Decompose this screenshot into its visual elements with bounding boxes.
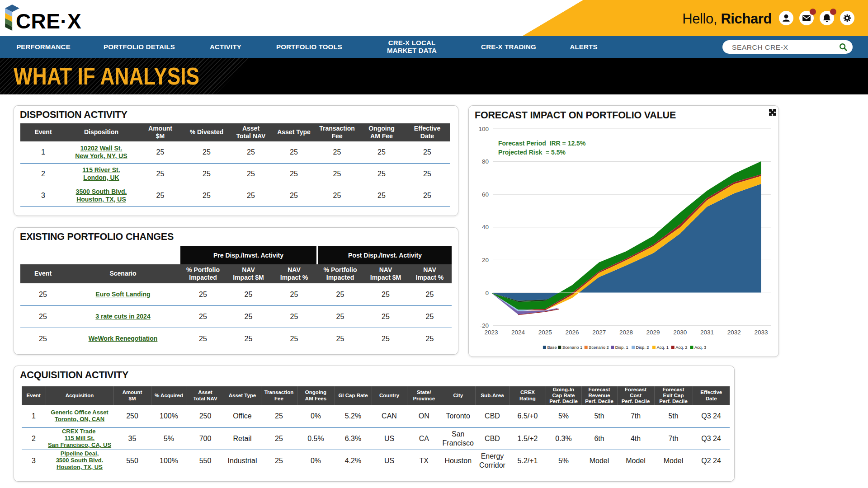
svg-text:2032: 2032 <box>727 329 741 336</box>
svg-text:Acq. 3: Acq. 3 <box>694 345 706 350</box>
svg-text:Disp. 1: Disp. 1 <box>615 345 628 350</box>
svg-text:Acq. 1: Acq. 1 <box>657 345 669 350</box>
svg-text:Scenario 1: Scenario 1 <box>562 345 582 350</box>
svg-text:2024: 2024 <box>511 329 525 336</box>
svg-text:Scenario 2: Scenario 2 <box>589 345 609 350</box>
svg-text:20: 20 <box>482 257 489 263</box>
svg-text:2029: 2029 <box>646 329 660 336</box>
svg-text:80: 80 <box>482 158 489 165</box>
svg-text:2025: 2025 <box>538 329 552 336</box>
svg-text:2023: 2023 <box>484 329 498 336</box>
svg-text:40: 40 <box>482 224 489 230</box>
svg-text:Base: Base <box>547 345 557 350</box>
svg-text:2028: 2028 <box>619 329 633 336</box>
svg-text:100: 100 <box>478 126 489 132</box>
svg-text:2031: 2031 <box>700 329 714 336</box>
svg-text:2030: 2030 <box>673 329 687 336</box>
svg-text:Acq. 2: Acq. 2 <box>675 345 687 350</box>
svg-text:2033: 2033 <box>754 329 768 336</box>
svg-text:Disp. 2: Disp. 2 <box>636 345 649 350</box>
svg-text:-20: -20 <box>480 322 489 329</box>
svg-text:CRE·X: CRE·X <box>16 9 81 33</box>
svg-text:60: 60 <box>482 191 489 198</box>
svg-text:2026: 2026 <box>565 329 579 336</box>
svg-text:0: 0 <box>485 290 489 296</box>
svg-text:2027: 2027 <box>592 329 606 336</box>
